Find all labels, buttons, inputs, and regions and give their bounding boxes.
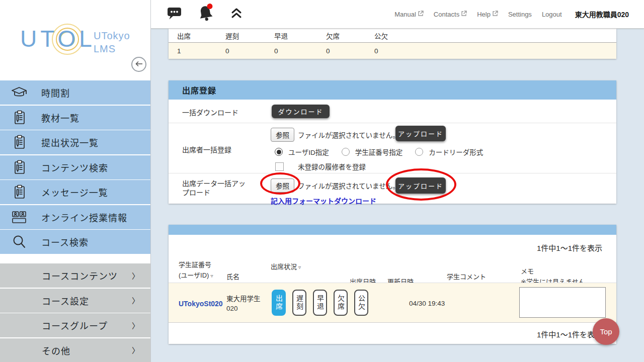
clipboard-icon <box>11 160 28 175</box>
no-file-selected-text: ファイルが選択されていません。 <box>298 130 399 140</box>
bulk-download-label: 一括ダウンロード <box>182 107 238 117</box>
search-icon <box>11 234 28 249</box>
contacts-link[interactable]: Contacts <box>434 11 467 18</box>
upload-button[interactable]: アップロード <box>395 177 446 194</box>
status-attend-button[interactable]: 出席 <box>272 290 286 316</box>
arrow-left-icon <box>135 60 143 69</box>
current-user-name: 東大用教職員020 <box>575 9 629 19</box>
sidebar-item-course-settings[interactable]: コース設定 〉 <box>0 289 150 313</box>
student-name: 東大用学生020 <box>226 294 269 313</box>
utol-logo-subtitle: UTokyo LMS <box>94 29 130 55</box>
sidebar-primary-nav: 時間割 教材一覧 提出状況一覧 <box>0 80 150 254</box>
sidebar-item-messages[interactable]: メッセージ一覧 <box>0 180 150 204</box>
data-upload-label: 出席データ一括アップロード <box>182 179 251 197</box>
radio-student-number[interactable] <box>342 148 350 156</box>
memo-textarea[interactable] <box>519 287 606 318</box>
column-student-number[interactable]: 学生証番号 (ユーザID)▿ <box>179 259 213 281</box>
sidebar-item-course-group[interactable]: コースグループ 〉 <box>0 313 150 337</box>
section-header: 出席登録 <box>169 80 616 100</box>
column-student-comment: 学生コメント <box>447 272 486 282</box>
help-link[interactable]: Help <box>477 11 498 18</box>
status-excused-button[interactable]: 公欠 <box>354 290 368 316</box>
logout-link[interactable]: Logout <box>542 11 562 18</box>
manual-link[interactable]: Manual <box>394 11 424 18</box>
utol-logo: UTOL <box>20 25 96 52</box>
radio-user-id[interactable] <box>275 148 283 156</box>
attendance-register-section: 出席登録 一括ダウンロード ダウンロード 出席者一括登録 参照 ファイルが選択さ… <box>169 80 616 204</box>
status-absent-button[interactable]: 欠席 <box>334 290 348 316</box>
section-title: 出席登録 <box>182 84 216 96</box>
external-link-icon <box>418 11 424 18</box>
video-meeting-icon <box>11 210 28 224</box>
attendee-upload-label: 出席者一括登録 <box>182 144 231 154</box>
topbar: Manual Contacts Help Settings <box>151 0 644 29</box>
sidebar-item-materials[interactable]: 教材一覧 <box>0 106 150 130</box>
table-header-strip <box>169 225 616 235</box>
summary-value-row: 1 0 0 0 0 <box>169 43 616 59</box>
status-leave-early-button[interactable]: 早退 <box>313 290 327 316</box>
sidebar-item-others[interactable]: その他 〉 <box>0 338 150 362</box>
settings-link[interactable]: Settings <box>508 11 532 18</box>
sidebar-item-submission-status[interactable]: 提出状況一覧 <box>0 130 150 154</box>
column-name: 氏名 <box>226 272 239 282</box>
radio-user-id-label: ユーザID指定 <box>288 147 329 157</box>
browse-button[interactable]: 参照 <box>271 178 294 193</box>
attendee-bulk-register-row: 出席者一括登録 参照 ファイルが選択されていません。 アップロード ユーザID指… <box>169 123 616 173</box>
bulk-download-row: 一括ダウンロード ダウンロード <box>169 100 616 123</box>
status-button-group: 出席 遅刻 早退 欠席 公欠 <box>272 290 368 316</box>
chevron-right-icon: 〉 <box>132 345 139 355</box>
sidebar-item-online-class-info[interactable]: オンライン授業情報 <box>0 205 150 229</box>
browse-button[interactable]: 参照 <box>271 128 294 142</box>
register-unregistered-checkbox[interactable] <box>275 162 284 171</box>
clipboard-icon <box>11 135 28 150</box>
sidebar-item-timetable[interactable]: 時間割 <box>0 80 150 105</box>
main-content: 出席 遅刻 早退 欠席 公欠 1 0 0 0 0 出席登録 一括ダウンロード ダ… <box>151 0 644 362</box>
status-late-button[interactable]: 遅刻 <box>292 290 306 316</box>
radio-card-reader-label: カードリーダ形式 <box>429 147 483 157</box>
double-chevron-up-icon[interactable] <box>230 7 243 21</box>
radio-student-number-label: 学生証番号指定 <box>355 147 403 157</box>
chevron-right-icon: 〉 <box>132 270 139 281</box>
clipboard-icon <box>11 110 28 125</box>
student-row: UTokyoSt020 東大用学生020 出席 遅刻 早退 欠席 公欠 04/3… <box>169 283 616 322</box>
external-link-icon <box>492 11 498 18</box>
sidebar-item-course-search[interactable]: コース検索 <box>0 230 150 254</box>
notifications-bell-icon[interactable] <box>196 2 217 26</box>
student-id-link[interactable]: UTokyoSt020 <box>179 300 223 308</box>
chat-icon[interactable] <box>167 7 182 22</box>
attendance-data-upload-row: 出席データ一括アップロード 参照 ファイルが選択されていません。 アップロード … <box>169 173 616 204</box>
student-attendance-table: 1件中1〜1件を表示 学生証番号 (ユーザID)▿ 氏名 出席状況▿ 出席日時 … <box>169 225 616 344</box>
register-unregistered-label: 未登録の履修者を登録 <box>298 161 366 171</box>
clipboard-icon <box>11 185 28 200</box>
result-range-text: 1件中1〜1件を表示 <box>537 242 602 253</box>
logo-area: UTOL UTokyo LMS <box>0 0 150 80</box>
chevron-right-icon: 〉 <box>132 320 139 331</box>
table-header-zone: 1件中1〜1件を表示 学生証番号 (ユーザID)▿ 氏名 出席状況▿ 出席日時 … <box>169 235 616 283</box>
update-time-value: 04/30 19:43 <box>409 300 445 307</box>
sidebar: UTOL UTokyo LMS 時間割 <box>0 0 151 362</box>
table-footer: 1件中1〜1件を表示 <box>169 322 616 344</box>
graduation-cap-icon <box>11 86 28 99</box>
upload-button[interactable]: アップロード <box>395 126 446 141</box>
attendance-summary-table: 出席 遅刻 早退 欠席 公欠 1 0 0 0 0 <box>169 29 616 59</box>
sort-icon: ▿ <box>210 273 213 279</box>
external-link-icon <box>461 11 467 18</box>
sidebar-collapse-button[interactable] <box>131 57 146 72</box>
summary-header-row: 出席 遅刻 早退 欠席 公欠 <box>169 29 616 43</box>
sidebar-item-course-contents[interactable]: コースコンテンツ 〉 <box>0 263 150 288</box>
radio-card-reader[interactable] <box>415 148 423 156</box>
sort-icon: ▿ <box>298 264 301 270</box>
column-status[interactable]: 出席状況▿ <box>271 261 301 273</box>
format-download-link[interactable]: 記入用フォーマットダウンロード <box>271 196 376 206</box>
download-button[interactable]: ダウンロード <box>272 105 330 118</box>
scroll-to-top-button[interactable]: Top <box>593 318 619 345</box>
sidebar-secondary-nav: コースコンテンツ 〉 コース設定 〉 コースグループ 〉 その他 〉 <box>0 263 150 362</box>
sidebar-item-content-search[interactable]: コンテンツ検索 <box>0 155 150 179</box>
no-file-selected-text: ファイルが選択されていません。 <box>298 180 399 191</box>
chevron-right-icon: 〉 <box>132 295 139 306</box>
